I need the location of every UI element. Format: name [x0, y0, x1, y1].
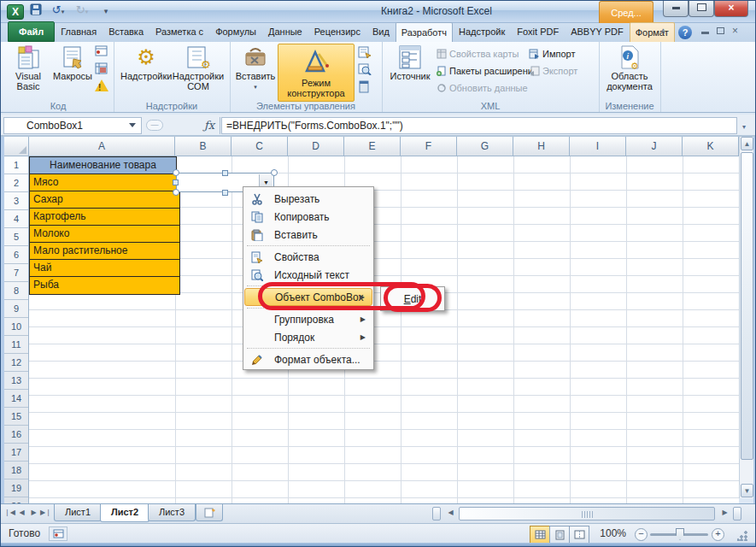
view-code-icon[interactable]: [358, 63, 372, 75]
minimize-ribbon-icon[interactable]: ∧: [660, 26, 666, 35]
page-layout-view-button[interactable]: [549, 526, 570, 544]
zoom-level[interactable]: 100%: [592, 527, 626, 539]
scroll-down-icon[interactable]: ▼: [741, 484, 753, 497]
tab-format[interactable]: Формат: [630, 22, 675, 42]
row-header[interactable]: 18: [4, 462, 28, 479]
first-sheet-icon[interactable]: ❘◀: [4, 507, 15, 519]
redo-dropdown-icon[interactable]: ▾: [85, 9, 89, 15]
handle-bottom-left[interactable]: [173, 189, 179, 196]
row-header[interactable]: 12: [4, 354, 28, 372]
row-header[interactable]: 19: [4, 479, 28, 497]
row-header[interactable]: 11: [4, 336, 28, 354]
tab-foxit-pdf[interactable]: Foxit PDF: [511, 21, 565, 42]
column-header-c[interactable]: C: [231, 137, 288, 156]
horizontal-scroll-thumb[interactable]: [459, 507, 715, 521]
scrollbar-split-handle[interactable]: [733, 507, 741, 521]
macros-button[interactable]: Макросы: [52, 44, 93, 81]
menu-item-properties[interactable]: Свойства: [244, 248, 372, 266]
row-header[interactable]: 13: [4, 372, 28, 390]
row-header[interactable]: 4: [4, 210, 28, 228]
row-header[interactable]: 10: [4, 318, 28, 336]
row-header[interactable]: 9: [4, 300, 28, 318]
column-header-e[interactable]: E: [344, 137, 401, 156]
insert-controls-button[interactable]: Вставить ▾: [235, 44, 276, 92]
tab-data[interactable]: Данные: [262, 21, 308, 42]
expand-formula-bar-icon[interactable]: ▾: [742, 123, 746, 131]
column-header-a[interactable]: A: [29, 137, 175, 156]
column-header-h[interactable]: H: [513, 137, 570, 156]
tab-abbyy-pdf[interactable]: ABBYY PDF: [565, 21, 630, 42]
undo-dropdown-icon[interactable]: ▾: [62, 9, 65, 15]
row-header[interactable]: 3: [4, 192, 28, 210]
insert-worksheet-tab[interactable]: [196, 504, 223, 521]
handle-bottom-middle[interactable]: [222, 190, 228, 196]
row-header[interactable]: 6: [4, 246, 28, 264]
column-header-k[interactable]: K: [683, 137, 739, 156]
row-header[interactable]: 16: [4, 426, 28, 444]
handle-left-middle[interactable]: [173, 179, 179, 185]
formula-input[interactable]: =ВНЕДРИТЬ("Forms.ComboBox.1";""): [221, 117, 737, 134]
workbook-close-icon[interactable]: ×: [732, 25, 738, 37]
qat-customize-icon[interactable]: ▾: [100, 3, 112, 19]
vertical-scrollbar[interactable]: ▲ ▼: [739, 137, 753, 498]
row-header[interactable]: 20: [4, 497, 28, 503]
vertical-scroll-thumb[interactable]: [741, 152, 753, 460]
handle-top-middle[interactable]: [222, 170, 228, 176]
cell-a2[interactable]: Мясо: [29, 174, 180, 192]
menu-item-copy[interactable]: Копировать: [244, 208, 372, 226]
menu-item-paste[interactable]: Вставить: [244, 226, 372, 244]
cell-a4[interactable]: Картофель: [29, 208, 180, 226]
sheet-tab-list1[interactable]: Лист1: [54, 504, 102, 521]
tab-split-handle[interactable]: [432, 507, 441, 521]
name-box[interactable]: ComboBox1: [3, 117, 142, 134]
cell-a1-header[interactable]: Наименование товара: [29, 156, 177, 175]
tab-review[interactable]: Рецензирс: [308, 21, 366, 42]
zoom-out-icon[interactable]: −: [635, 528, 648, 541]
scroll-right-icon[interactable]: ▶: [718, 507, 731, 519]
column-header-g[interactable]: G: [457, 137, 513, 156]
minimize-button[interactable]: [663, 1, 689, 17]
document-panel-button[interactable]: i⚙ Область документа: [602, 44, 657, 91]
scroll-up-icon[interactable]: ▲: [741, 137, 753, 150]
menu-item-grouping[interactable]: Группировка ▶: [244, 310, 372, 328]
addins-button[interactable]: ⚙ Надстройки: [120, 44, 172, 81]
import-button[interactable]: Импорт: [529, 49, 575, 59]
macro-security-warning-icon[interactable]: [95, 79, 108, 91]
sheet-tab-list3[interactable]: Лист3: [148, 504, 196, 521]
close-button[interactable]: ×: [714, 1, 748, 17]
run-dialog-icon[interactable]: [359, 80, 370, 93]
tab-addins[interactable]: Надстройк: [453, 21, 511, 42]
normal-view-button[interactable]: [530, 526, 550, 544]
insert-function-icon[interactable]: ƒx: [204, 119, 214, 132]
cell-a5[interactable]: Молоко: [29, 225, 180, 244]
record-macro-icon[interactable]: [95, 45, 108, 57]
tab-developer[interactable]: Разработч: [396, 22, 453, 42]
workbook-minimize-icon[interactable]: [701, 32, 709, 34]
cell-a3[interactable]: Сахар: [29, 191, 180, 209]
name-box-dropdown-icon[interactable]: [129, 123, 136, 127]
macro-record-button[interactable]: [49, 526, 67, 541]
select-all-corner[interactable]: [4, 137, 29, 156]
column-header-j[interactable]: J: [626, 137, 683, 156]
column-header-b[interactable]: B: [175, 137, 231, 156]
relative-references-icon[interactable]: [95, 62, 108, 74]
zoom-slider-thumb[interactable]: [676, 528, 684, 540]
workbook-restore-icon[interactable]: [717, 27, 724, 34]
cell-a6[interactable]: Мало растительное: [29, 242, 180, 261]
row-header[interactable]: 5: [4, 228, 28, 246]
row-header[interactable]: 17: [4, 444, 28, 462]
tab-file[interactable]: Файл: [8, 21, 55, 42]
row-header[interactable]: 15: [4, 408, 28, 426]
save-icon[interactable]: [30, 3, 45, 15]
tab-home[interactable]: Главная: [55, 21, 103, 42]
tab-insert[interactable]: Вставка: [103, 21, 149, 42]
tab-page-layout[interactable]: Разметка с: [149, 21, 209, 42]
last-sheet-icon[interactable]: ▶❘: [40, 507, 51, 519]
resize-grip[interactable]: [737, 531, 747, 541]
undo-icon[interactable]: ↺▾: [49, 3, 67, 20]
page-break-view-button[interactable]: [569, 526, 589, 544]
column-header-f[interactable]: F: [401, 137, 457, 156]
menu-item-cut[interactable]: Вырезать: [244, 190, 372, 208]
visual-basic-button[interactable]: Visual Basic: [6, 44, 50, 91]
handle-top-left[interactable]: [173, 169, 179, 176]
